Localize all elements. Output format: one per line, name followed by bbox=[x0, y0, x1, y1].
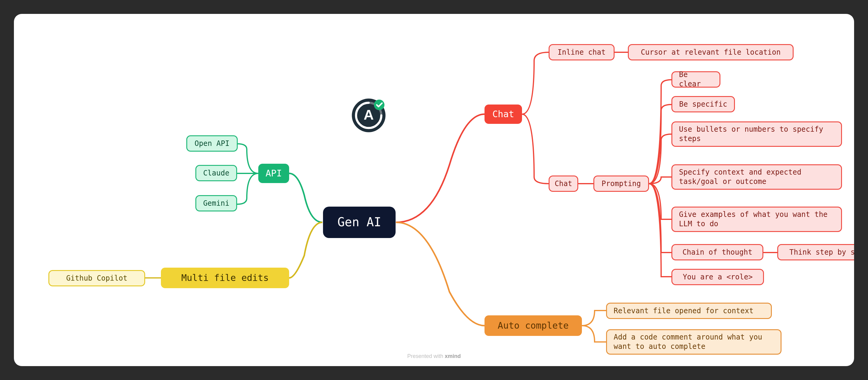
tip-chain-child[interactable]: Think step by step bbox=[777, 244, 854, 261]
root-node[interactable]: Gen AI bbox=[323, 207, 396, 238]
github-copilot[interactable]: Github Copilot bbox=[49, 270, 145, 286]
auto-item-1[interactable]: Relevant file opened for context bbox=[606, 303, 772, 319]
auto-item-2[interactable]: Add a code comment around what you want … bbox=[606, 329, 781, 355]
svg-point-2 bbox=[374, 100, 384, 110]
svg-text:A: A bbox=[364, 107, 374, 123]
api-openapi[interactable]: Open API bbox=[186, 135, 238, 152]
inline-chat-node[interactable]: Inline chat bbox=[549, 44, 615, 60]
footer-prefix: Presented with bbox=[407, 353, 444, 359]
api-claude[interactable]: Claude bbox=[195, 165, 237, 181]
tip-examples[interactable]: Give examples of what you want the LLM t… bbox=[672, 207, 842, 232]
tip-be-specific[interactable]: Be specific bbox=[672, 96, 735, 112]
multi-file-node[interactable]: Multi file edits bbox=[161, 268, 289, 288]
chat-node[interactable]: Chat bbox=[485, 105, 522, 124]
tip-bullets[interactable]: Use bullets or numbers to specify steps bbox=[672, 122, 842, 147]
tip-context[interactable]: Specify context and expected task/goal o… bbox=[672, 164, 842, 190]
api-gemini[interactable]: Gemini bbox=[195, 195, 237, 211]
tip-be-clear[interactable]: Be clear bbox=[672, 71, 720, 88]
auto-complete-node[interactable]: Auto complete bbox=[485, 315, 582, 336]
tip-chain[interactable]: Chain of thought bbox=[672, 244, 763, 261]
footer: Presented with xmind bbox=[14, 353, 854, 359]
api-node[interactable]: API bbox=[258, 164, 289, 183]
prompting-node[interactable]: Prompting bbox=[593, 175, 649, 192]
chat-sub-node[interactable]: Chat bbox=[549, 175, 578, 192]
tip-role[interactable]: You are a <role> bbox=[672, 269, 764, 285]
angular-badge-icon: A bbox=[351, 98, 386, 133]
mindmap-canvas: A Gen AI Chat Inline chat Cursor at rele… bbox=[14, 14, 854, 366]
footer-brand: xmind bbox=[445, 353, 461, 359]
inline-chat-detail[interactable]: Cursor at relevant file location bbox=[628, 44, 794, 60]
